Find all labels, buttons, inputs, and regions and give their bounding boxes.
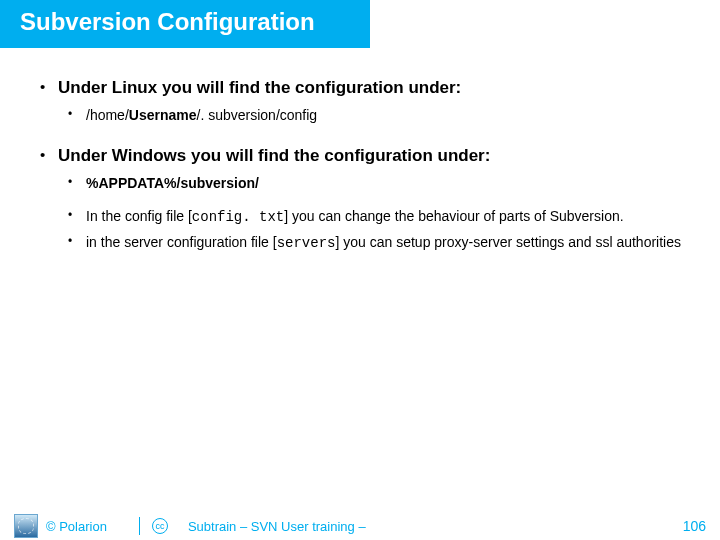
footer: © Polarion cc Subtrain – SVN User traini… [0, 512, 720, 540]
slide-content: Under Linux you will find the configurat… [0, 48, 720, 254]
page-number: 106 [683, 518, 706, 534]
bullet-linux: Under Linux you will find the configurat… [30, 78, 690, 125]
text-segment: ] you can change the behaviour of parts … [284, 208, 623, 224]
path-username: Username [129, 107, 197, 123]
path-segment: /home/ [86, 107, 129, 123]
code-servers: servers [277, 235, 336, 251]
text-segment: ] you can setup proxy-server settings an… [335, 234, 681, 250]
sub-bullet-windows-path: %APPDATA%/subversion/ [58, 174, 690, 193]
sub-bullet-linux-path: /home/Username/. subversion/config [58, 106, 690, 125]
sub-bullet-config-file: In the config file [config. txt] you can… [58, 207, 690, 227]
bullet-heading: Under Windows you will find the configur… [58, 146, 690, 166]
text-segment: in the server configuration file [ [86, 234, 277, 250]
bullet-heading: Under Linux you will find the configurat… [58, 78, 690, 98]
bullet-windows: Under Windows you will find the configur… [30, 146, 690, 253]
path-appdata: %APPDATA%/subversion/ [86, 175, 259, 191]
title-bar: Subversion Configuration [0, 0, 370, 48]
slide-title: Subversion Configuration [20, 8, 350, 36]
sub-bullet-servers-file: in the server configuration file [server… [58, 233, 690, 253]
polarion-logo [14, 514, 38, 538]
copyright-text: © Polarion [46, 519, 107, 534]
footer-subtitle: Subtrain – SVN User training – [188, 519, 683, 534]
text-segment: In the config file [ [86, 208, 192, 224]
footer-divider [139, 517, 140, 535]
cc-icon: cc [152, 518, 168, 534]
code-config-txt: config. txt [192, 209, 284, 225]
path-segment: /. subversion/config [197, 107, 318, 123]
